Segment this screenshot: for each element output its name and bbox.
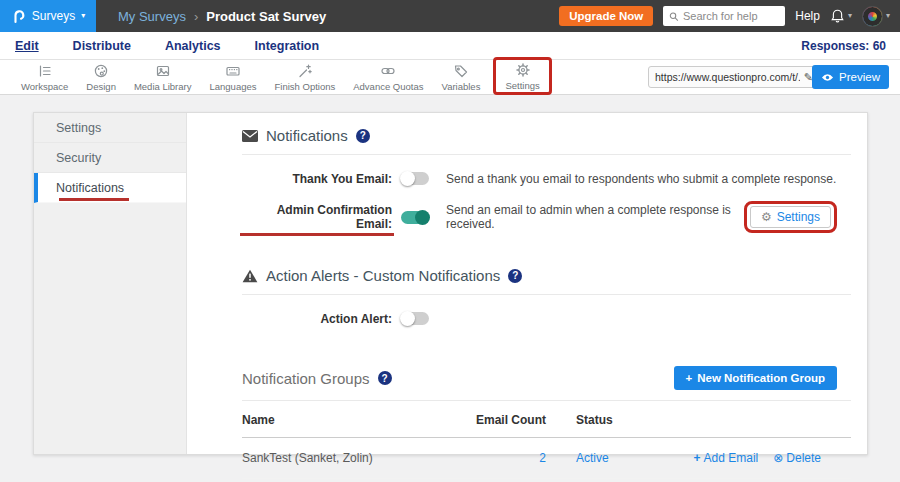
search-icon	[669, 11, 679, 22]
toolbar-item-variables[interactable]: Variables	[433, 63, 490, 92]
chevron-down-icon: ▾	[886, 12, 890, 20]
tab-analytics[interactable]: Analytics	[165, 39, 221, 53]
toolbar-item-advance-quotas[interactable]: Advance Quotas	[344, 63, 432, 92]
tab-edit[interactable]: Edit	[15, 39, 39, 53]
table-row: SankTest (Sanket, Zolin) 2 Active +Add E…	[242, 438, 851, 479]
action-alert-label: Action Alert:	[242, 312, 392, 326]
eye-icon	[821, 73, 834, 82]
avatar	[862, 6, 883, 27]
action-alert-toggle[interactable]	[401, 312, 429, 325]
account-menu[interactable]: ▾	[862, 6, 890, 27]
admin-confirmation-email-desc: Send an email to admin when a complete r…	[446, 203, 744, 231]
circle-x-icon: ⊗	[773, 451, 783, 465]
admin-email-settings-button[interactable]: ⚙ Settings	[750, 206, 831, 228]
toolbar-item-settings[interactable]: Settings	[502, 62, 542, 91]
notifications-bell-menu[interactable]: ▾	[830, 8, 852, 24]
add-email-link[interactable]: +Add Email	[694, 451, 759, 465]
settings-side-nav: Settings Security Notifications	[34, 113, 187, 454]
settings-gear-icon	[515, 62, 531, 78]
chevron-down-icon: ▾	[81, 12, 85, 20]
envelope-icon	[242, 130, 258, 142]
upgrade-now-button[interactable]: Upgrade Now	[559, 6, 653, 26]
admin-confirmation-email-toggle[interactable]	[401, 211, 429, 224]
help-icon[interactable]: ?	[508, 269, 522, 283]
toolbar-item-languages[interactable]: Languages	[200, 63, 265, 92]
section-title-action-alerts: Action Alerts - Custom Notifications	[266, 267, 500, 284]
help-icon[interactable]: ?	[356, 129, 370, 143]
action-alert-row: Action Alert:	[242, 311, 851, 326]
design-palette-icon	[93, 63, 109, 79]
help-icon[interactable]: ?	[378, 371, 392, 385]
thank-you-email-row: Thank You Email: Send a thank you email …	[242, 171, 851, 186]
annotation-underline-notifications	[59, 198, 129, 202]
breadcrumb-separator-icon: ›	[194, 9, 198, 24]
help-search[interactable]	[663, 6, 785, 26]
section-title-notification-groups: Notification Groups	[242, 370, 370, 387]
thank-you-email-desc: Send a thank you email to respondents wh…	[446, 172, 836, 186]
divider	[242, 400, 851, 401]
settings-panel: Settings Security Notifications Notifica…	[33, 112, 868, 455]
breadcrumb-parent[interactable]: My Surveys	[118, 9, 186, 24]
email-count-link[interactable]: 2	[539, 451, 546, 465]
languages-keyboard-icon	[225, 63, 241, 79]
product-menu[interactable]: Surveys ▾	[0, 0, 96, 32]
media-library-icon	[155, 63, 171, 79]
product-menu-label: Surveys	[32, 9, 75, 23]
annotation-box-settings-tool: Settings	[493, 57, 551, 95]
notifications-content: Notifications ? Thank You Email: Send a …	[187, 113, 867, 454]
survey-tab-bar: Edit Distribute Analytics Integration Re…	[0, 32, 900, 60]
plus-icon: +	[694, 451, 701, 465]
thank-you-email-label: Thank You Email:	[242, 172, 392, 186]
new-notification-group-button[interactable]: + New Notification Group	[674, 366, 838, 390]
toolbar-item-workspace[interactable]: Workspace	[12, 63, 77, 92]
finish-options-wand-icon	[297, 63, 313, 79]
preview-button[interactable]: Preview	[812, 65, 889, 89]
divider	[242, 154, 851, 155]
advance-quotas-chain-icon	[380, 63, 396, 79]
column-header-status: Status	[576, 413, 671, 427]
column-header-email-count: Email Count	[451, 413, 546, 427]
annotation-box-settings-button: ⚙ Settings	[744, 201, 837, 233]
toolbar-item-media-library[interactable]: Media Library	[125, 63, 201, 92]
notification-groups-table: Name Email Count Status SankTest (Sanket…	[242, 403, 851, 479]
delete-link[interactable]: ⊗Delete	[773, 451, 821, 465]
sidebar-item-notifications[interactable]: Notifications	[34, 173, 186, 203]
toolbar-item-design[interactable]: Design	[77, 63, 125, 92]
admin-confirmation-email-label: Admin Confirmation Email:	[242, 203, 392, 231]
survey-url-field[interactable]: ✎	[648, 66, 820, 88]
group-name: SankTest (Sanket, Zolin)	[242, 451, 451, 465]
edit-toolbar: Workspace Design Media Library Languages…	[0, 60, 900, 95]
chevron-down-icon: ▾	[848, 12, 852, 20]
warning-triangle-icon	[242, 269, 258, 283]
help-link[interactable]: Help	[795, 9, 820, 23]
bell-icon	[830, 8, 845, 24]
tab-distribute[interactable]: Distribute	[73, 39, 131, 53]
tab-integration[interactable]: Integration	[255, 39, 320, 53]
section-title-notifications: Notifications	[266, 127, 348, 144]
column-header-name: Name	[242, 413, 451, 427]
workspace-icon	[37, 63, 53, 79]
top-bar: Surveys ▾ My Surveys › Product Sat Surve…	[0, 0, 900, 32]
variables-tag-icon	[453, 63, 469, 79]
responses-count[interactable]: Responses: 60	[801, 39, 886, 53]
gear-icon: ⚙	[761, 210, 772, 224]
sidebar-item-security[interactable]: Security	[34, 143, 186, 173]
breadcrumb-current: Product Sat Survey	[206, 9, 326, 24]
table-header-row: Name Email Count Status	[242, 403, 851, 438]
status-link[interactable]: Active	[576, 451, 609, 465]
survey-url-input[interactable]	[655, 71, 800, 83]
breadcrumb: My Surveys › Product Sat Survey	[118, 9, 326, 24]
thank-you-email-toggle[interactable]	[401, 172, 429, 185]
help-search-input[interactable]	[683, 10, 779, 22]
toolbar-item-finish-options[interactable]: Finish Options	[266, 63, 345, 92]
questionpro-logo-icon	[11, 8, 26, 24]
sidebar-item-settings[interactable]: Settings	[34, 113, 186, 143]
divider	[242, 294, 851, 295]
admin-confirmation-email-row: Admin Confirmation Email: Send an email …	[242, 201, 851, 233]
plus-icon: +	[686, 372, 693, 384]
